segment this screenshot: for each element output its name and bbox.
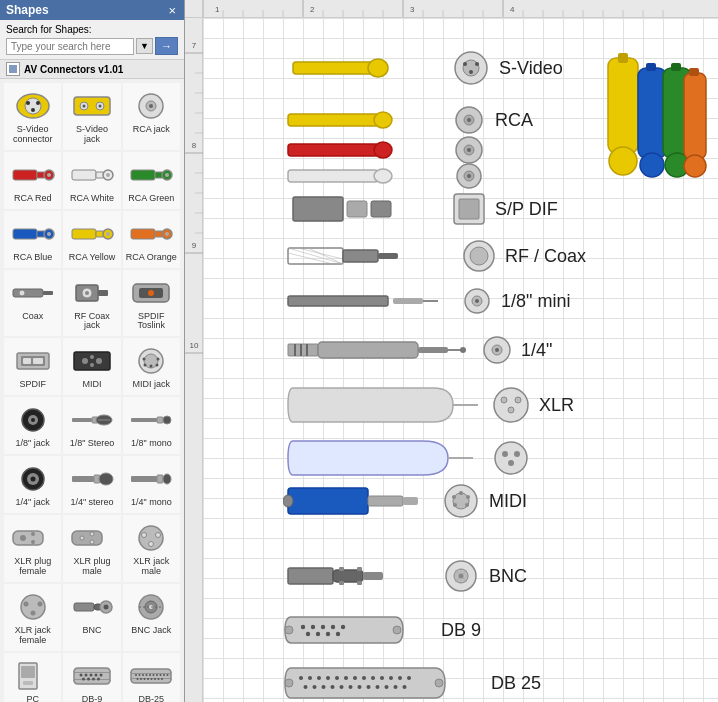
svg-rect-81: [157, 475, 163, 483]
svg-rect-316: [689, 68, 699, 76]
svg-point-237: [515, 397, 521, 403]
shape-item-rca-green[interactable]: RCA Green: [123, 152, 180, 209]
svideo-jack-label: S-Videojack: [76, 125, 108, 145]
shape-item-inch8-jack[interactable]: 1/8" jack: [4, 397, 61, 454]
shape-item-midi-jack[interactable]: MIDI jack: [123, 338, 180, 395]
shape-item-inch4-mono[interactable]: 1/4" mono: [123, 456, 180, 513]
shape-item-bnc[interactable]: BNC: [63, 584, 120, 651]
shape-item-pc[interactable]: PC: [4, 653, 61, 702]
shape-item-rca-orange[interactable]: RCA Orange: [123, 211, 180, 268]
shapes-grid-container[interactable]: S-Videoconnector S-Videojack: [0, 79, 184, 702]
svg-point-186: [475, 62, 479, 66]
panel-title: Shapes: [6, 3, 49, 17]
pc-icon: [9, 658, 57, 694]
search-input[interactable]: [6, 38, 134, 55]
rca-green-label: RCA Green: [128, 194, 174, 204]
connector-row-xlr1: XLR: [283, 378, 574, 433]
shape-item-rca-blue[interactable]: RCA Blue: [4, 211, 61, 268]
connector-row-rca-y: RCA: [283, 103, 533, 137]
shape-item-rca-red[interactable]: RCA Red: [4, 152, 61, 209]
svg-point-267: [301, 625, 305, 629]
shape-item-inch4-stereo[interactable]: 1/4" stereo: [63, 456, 120, 513]
shape-item-spdif[interactable]: SPDIF: [4, 338, 61, 395]
shape-item-db9[interactable]: DB-9: [63, 653, 120, 702]
svg-point-121: [142, 674, 144, 676]
rca-orange-icon: [127, 216, 175, 252]
search-section: Search for Shapes: ▼ →: [0, 20, 184, 60]
svg-point-127: [163, 674, 165, 676]
svg-point-117: [92, 677, 95, 680]
inch8-stereo-icon: [68, 402, 116, 438]
svg-point-287: [380, 676, 384, 680]
shape-item-rca-jack[interactable]: RCA jack: [123, 83, 180, 150]
svg-rect-188: [288, 114, 378, 126]
shape-item-midi[interactable]: MIDI: [63, 338, 120, 395]
shape-item-xlr-plug-male[interactable]: XLR plugmale: [63, 515, 120, 582]
svg-line-211: [308, 248, 343, 264]
svg-point-110: [79, 673, 82, 676]
shape-item-xlr-jack-male[interactable]: XLR jackmale: [123, 515, 180, 582]
canvas-area[interactable]: S-Video RCA: [203, 18, 718, 702]
svg-point-122: [146, 674, 148, 676]
shape-item-xlr-plug-female[interactable]: XLR plugfemale: [4, 515, 61, 582]
panel-title-bar: Shapes ×: [0, 0, 184, 20]
rca-yellow-icon: [68, 216, 116, 252]
rca-red-label: RCA Red: [14, 194, 52, 204]
svg-point-290: [407, 676, 411, 680]
svg-point-85: [31, 532, 35, 536]
svg-point-235: [494, 388, 528, 422]
rca-blue-label: RCA Blue: [13, 253, 52, 263]
rca-orange-label: RCA Orange: [126, 253, 177, 263]
svg-rect-204: [347, 201, 367, 217]
svg-rect-34: [131, 229, 155, 239]
svg-rect-198: [288, 170, 378, 182]
svg-rect-259: [339, 581, 344, 585]
svg-point-230: [460, 347, 466, 353]
svg-point-90: [90, 540, 94, 544]
search-go-button[interactable]: →: [155, 37, 178, 55]
shape-item-rca-white[interactable]: RCA White: [63, 152, 120, 209]
shape-item-inch4-jack[interactable]: 1/4" jack: [4, 456, 61, 513]
search-dropdown-button[interactable]: ▼: [136, 38, 153, 54]
svg-point-304: [435, 679, 443, 687]
library-icon: [6, 62, 20, 76]
inch8-stereo-label: 1/8" Stereo: [70, 439, 115, 449]
svg-point-73: [163, 416, 171, 424]
svg-rect-26: [13, 229, 37, 239]
library-header[interactable]: AV Connectors v1.01: [0, 60, 184, 79]
db9-label: DB-9: [82, 695, 103, 702]
svg-rect-257: [339, 567, 344, 571]
svg-text:8: 8: [192, 141, 197, 150]
shape-item-db25[interactable]: DB-25: [123, 653, 180, 702]
svg-point-54: [90, 355, 94, 359]
svg-point-118: [97, 677, 100, 680]
shape-item-svideo-jack[interactable]: S-Videojack: [63, 83, 120, 150]
svg-text:4: 4: [510, 5, 515, 14]
svg-point-130: [140, 678, 142, 680]
connector-row-quarter14: 1/4": [283, 334, 552, 366]
shape-item-coax[interactable]: Coax: [4, 270, 61, 337]
shape-item-spdif-toslink[interactable]: SPDIFToslink: [123, 270, 180, 337]
svg-point-280: [317, 676, 321, 680]
spdif-toslink-icon: [127, 275, 175, 311]
svg-point-298: [367, 685, 371, 689]
shape-item-xlr-jack-female[interactable]: XLR jackfemale: [4, 584, 61, 651]
svg-point-283: [344, 676, 348, 680]
shape-item-rca-yellow[interactable]: RCA Yellow: [63, 211, 120, 268]
svg-point-241: [502, 451, 508, 457]
shape-item-svideo-connector[interactable]: S-Videoconnector: [4, 83, 61, 150]
shape-item-rf-coax-jack[interactable]: RF Coaxjack: [63, 270, 120, 337]
shape-item-inch8-stereo[interactable]: 1/8" Stereo: [63, 397, 120, 454]
midi-shape-label: MIDI: [82, 380, 101, 390]
svg-rect-52: [74, 352, 110, 370]
pc-label: PC: [26, 695, 39, 702]
inch4-mono-label: 1/4" mono: [131, 498, 172, 508]
svg-point-132: [147, 678, 149, 680]
svg-point-10: [98, 105, 101, 108]
shape-item-bnc-jack[interactable]: BNC Jack: [123, 584, 180, 651]
shape-item-inch8-mono[interactable]: 1/8" mono: [123, 397, 180, 454]
svg-rect-18: [72, 170, 96, 180]
xlr-plug-male-label: XLR plugmale: [73, 557, 110, 577]
xlr-jack-female-label: XLR jackfemale: [15, 626, 51, 646]
close-button[interactable]: ×: [166, 4, 178, 17]
